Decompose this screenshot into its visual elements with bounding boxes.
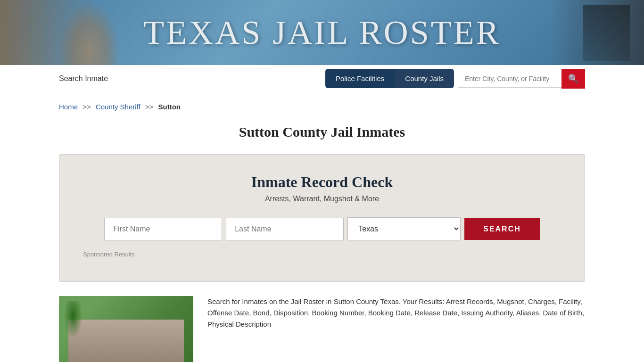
navbar: Search Inmate Police Facilities County J… (0, 65, 644, 92)
breadcrumb-sep-2: >> (145, 103, 154, 111)
inmate-record-subtitle: Arrests, Warrant, Mugshot & More (83, 195, 561, 203)
county-jails-button[interactable]: County Jails (395, 69, 454, 88)
breadcrumb-sep-1: >> (83, 103, 91, 111)
facility-search-input[interactable] (458, 70, 561, 88)
last-name-input[interactable] (226, 218, 344, 240)
inmate-search-form: AlabamaAlaskaArizonaArkansasCaliforniaCo… (83, 217, 561, 240)
site-title: Texas Jail Roster (143, 13, 500, 52)
breadcrumb-home[interactable]: Home (59, 103, 78, 111)
state-select[interactable]: AlabamaAlaskaArizonaArkansasCaliforniaCo… (347, 217, 461, 240)
facility-search-button[interactable]: 🔍 (561, 69, 585, 89)
inmate-search-button[interactable]: SEARCH (464, 218, 540, 240)
bottom-section: Search for Inmates on the Jail Roster in… (0, 282, 644, 362)
sponsored-label: Sponsored Results (83, 251, 561, 258)
search-icon: 🔍 (568, 74, 578, 84)
nav-facility-buttons: Police Facilities County Jails (325, 69, 454, 88)
breadcrumb: Home >> County Sheriff >> Sutton (0, 92, 644, 115)
breadcrumb-county-sheriff[interactable]: County Sheriff (96, 103, 140, 111)
first-name-input[interactable] (104, 218, 222, 240)
nav-search-label: Search Inmate (59, 74, 108, 83)
building-decoration (68, 320, 184, 362)
site-banner: Texas Jail Roster (0, 0, 644, 65)
tree-decoration (64, 301, 83, 338)
page-title: Sutton County Jail Inmates (0, 124, 644, 140)
breadcrumb-current: Sutton (158, 103, 181, 111)
police-facilities-button[interactable]: Police Facilities (325, 69, 395, 88)
page-title-section: Sutton County Jail Inmates (0, 115, 644, 154)
facility-image (59, 296, 193, 362)
inmate-record-section: Inmate Record Check Arrests, Warrant, Mu… (59, 154, 585, 282)
inmate-record-title: Inmate Record Check (83, 173, 561, 191)
banner-keys-decoration (583, 5, 630, 61)
bottom-description: Search for Inmates on the Jail Roster in… (207, 296, 585, 330)
